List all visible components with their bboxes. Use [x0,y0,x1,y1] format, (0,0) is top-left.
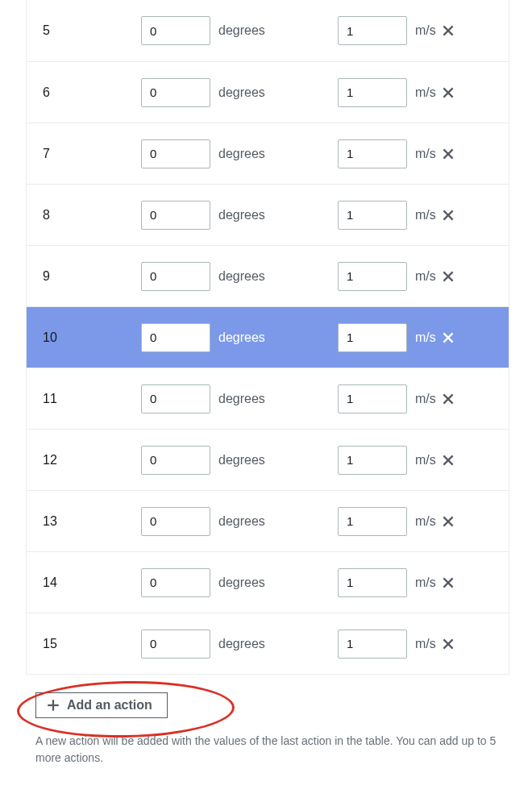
close-icon [441,514,455,529]
angle-input[interactable] [141,630,210,659]
speed-input[interactable] [338,139,407,168]
table-row[interactable]: 13degreesm/s [27,490,509,551]
close-icon [441,453,455,467]
remove-row-button[interactable] [438,82,459,103]
speed-group: m/s [338,630,505,659]
remove-row-button[interactable] [438,327,459,348]
row-number: 6 [43,85,141,100]
speed-input[interactable] [338,446,407,475]
table-row[interactable]: 9degreesm/s [27,245,509,306]
close-icon [441,392,455,406]
angle-group: degrees [141,446,338,475]
angle-unit-label: degrees [218,392,265,406]
angle-input[interactable] [141,201,210,230]
table-row[interactable]: 10degreesm/s [27,306,509,368]
speed-input[interactable] [338,201,407,230]
speed-group: m/s [338,139,505,168]
angle-input[interactable] [141,78,210,107]
remove-row-button[interactable] [438,143,459,164]
speed-group: m/s [338,78,505,107]
angle-group: degrees [141,201,338,230]
remove-row-button[interactable] [438,572,459,593]
angle-input[interactable] [141,568,210,597]
close-icon [441,576,455,590]
speed-unit-label: m/s [415,576,436,590]
speed-group: m/s [338,201,505,230]
angle-input[interactable] [141,16,210,45]
angle-group: degrees [141,78,338,107]
table-row[interactable]: 14degreesm/s [27,551,509,613]
table-row[interactable]: 8degreesm/s [27,184,509,245]
table-row[interactable]: 5degreesm/s [27,0,509,61]
angle-unit-label: degrees [218,514,265,529]
speed-group: m/s [338,262,505,291]
speed-group: m/s [338,16,505,45]
speed-input[interactable] [338,384,407,413]
add-action-button[interactable]: Add an action [35,692,168,718]
table-row[interactable]: 12degreesm/s [27,429,509,490]
angle-input[interactable] [141,323,210,352]
table-row[interactable]: 6degreesm/s [27,61,509,123]
angle-group: degrees [141,323,338,352]
speed-unit-label: m/s [415,85,436,100]
speed-unit-label: m/s [415,208,436,222]
remove-row-button[interactable] [438,20,459,41]
angle-unit-label: degrees [218,85,265,100]
close-icon [441,85,455,100]
angle-group: degrees [141,16,338,45]
speed-input[interactable] [338,323,407,352]
speed-input[interactable] [338,78,407,107]
speed-unit-label: m/s [415,23,436,38]
speed-input[interactable] [338,568,407,597]
row-number: 9 [43,269,141,284]
angle-unit-label: degrees [218,208,265,222]
remove-row-button[interactable] [438,511,459,532]
table-row[interactable]: 7degreesm/s [27,123,509,184]
actions-table: 5degreesm/s6degreesm/s7degreesm/s8degree… [26,0,509,675]
row-number: 5 [43,23,141,38]
angle-input[interactable] [141,139,210,168]
angle-input[interactable] [141,262,210,291]
speed-group: m/s [338,507,505,536]
row-number: 14 [43,576,141,590]
angle-unit-label: degrees [218,269,265,284]
remove-row-button[interactable] [438,634,459,654]
remove-row-button[interactable] [438,450,459,471]
row-number: 10 [43,330,141,345]
speed-unit-label: m/s [415,637,436,651]
speed-unit-label: m/s [415,392,436,406]
speed-input[interactable] [338,262,407,291]
angle-unit-label: degrees [218,576,265,590]
remove-row-button[interactable] [438,266,459,287]
speed-group: m/s [338,568,505,597]
speed-input[interactable] [338,630,407,659]
add-action-label: Add an action [67,698,152,713]
angle-input[interactable] [141,446,210,475]
remove-row-button[interactable] [438,389,459,409]
close-icon [441,147,455,161]
table-row[interactable]: 15degreesm/s [27,613,509,674]
row-number: 13 [43,514,141,529]
speed-input[interactable] [338,16,407,45]
row-number: 15 [43,637,141,651]
plus-icon [46,698,60,713]
angle-unit-label: degrees [218,147,265,161]
close-icon [441,269,455,284]
angle-group: degrees [141,507,338,536]
angle-input[interactable] [141,384,210,413]
close-icon [441,208,455,222]
angle-group: degrees [141,139,338,168]
angle-group: degrees [141,630,338,659]
helper-text: A new action will be added with the valu… [35,733,497,767]
speed-unit-label: m/s [415,269,436,284]
speed-unit-label: m/s [415,453,436,467]
angle-input[interactable] [141,507,210,536]
table-row[interactable]: 11degreesm/s [27,368,509,429]
angle-unit-label: degrees [218,453,265,467]
angle-unit-label: degrees [218,637,265,651]
row-number: 7 [43,147,141,161]
speed-input[interactable] [338,507,407,536]
remove-row-button[interactable] [438,205,459,226]
speed-unit-label: m/s [415,330,436,345]
row-number: 12 [43,453,141,467]
